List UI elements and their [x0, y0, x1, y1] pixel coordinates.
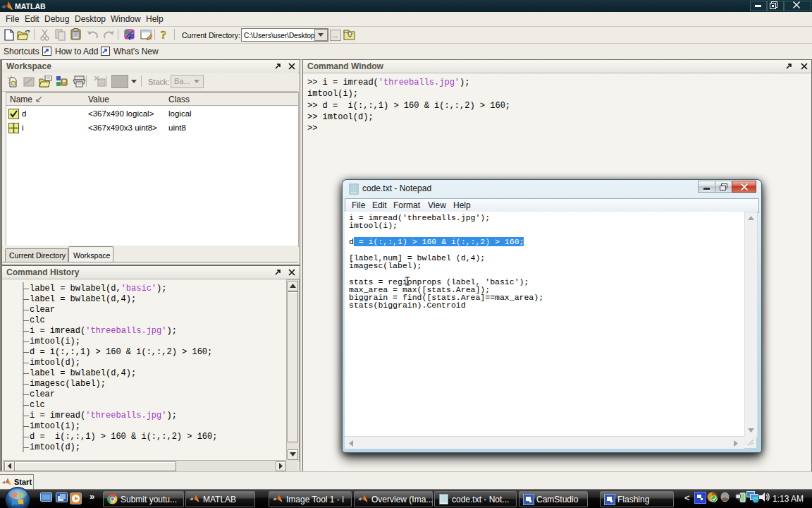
svg-text:?: ? [161, 29, 166, 41]
